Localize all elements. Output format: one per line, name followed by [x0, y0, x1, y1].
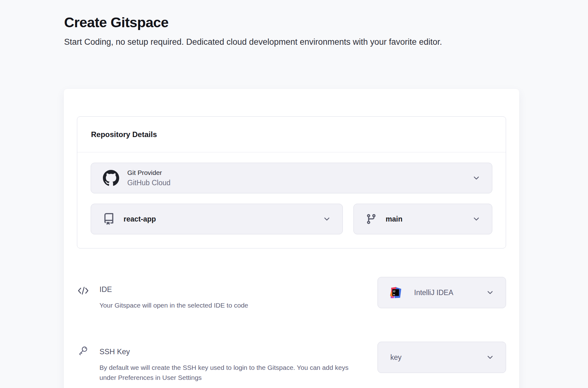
repository-details-card: Repository Details Git Provider GitHub C… [77, 116, 506, 248]
ide-label: IDE [99, 285, 353, 294]
repository-details-header: Repository Details [77, 117, 506, 152]
ide-description: Your Gitspace will open in the selected … [99, 300, 353, 310]
repo-icon [103, 213, 115, 225]
git-provider-texts: Git Provider GitHub Cloud [127, 169, 170, 187]
ide-selected-value: IntelliJ IDEA [414, 288, 453, 297]
git-branch-icon [366, 213, 377, 225]
create-gitspace-page: Create Gitspace Start Coding, no setup r… [0, 0, 588, 388]
chevron-down-icon [486, 354, 494, 361]
code-icon [78, 277, 99, 310]
git-provider-value: GitHub Cloud [127, 179, 170, 187]
intellij-idea-logo: IJ [390, 287, 402, 299]
page-subtitle: Start Coding, no setup required. Dedicat… [64, 36, 524, 48]
git-provider-label: Git Provider [127, 169, 170, 176]
github-icon [103, 170, 119, 186]
ide-select[interactable]: IJ IntelliJ IDEA [378, 277, 506, 308]
page-title: Create Gitspace [64, 14, 169, 31]
repository-details-body: Git Provider GitHub Cloud [77, 152, 506, 248]
chevron-down-icon [486, 289, 494, 296]
git-provider-select[interactable]: Git Provider GitHub Cloud [91, 163, 492, 193]
repository-value: react-app [124, 215, 156, 223]
ssh-key-section: SSH Key By default we will create the SS… [78, 342, 506, 383]
gitspace-form-panel: Repository Details Git Provider GitHub C… [64, 89, 519, 388]
repo-branch-row: react-app main [91, 204, 492, 234]
branch-value: main [386, 215, 403, 223]
key-icon [78, 342, 99, 383]
chevron-down-icon [323, 215, 331, 223]
chevron-down-icon [473, 174, 480, 182]
ssh-key-description: By default we will create the SSH key us… [99, 363, 353, 383]
ssh-key-label: SSH Key [99, 347, 353, 356]
ssh-texts: SSH Key By default we will create the SS… [99, 342, 353, 383]
ssh-section-left: SSH Key By default we will create the SS… [78, 342, 353, 383]
branch-select[interactable]: main [353, 204, 492, 234]
chevron-down-icon [473, 215, 480, 223]
repository-details-title: Repository Details [91, 130, 157, 139]
ssh-key-selected-value: key [390, 353, 402, 362]
repository-select[interactable]: react-app [91, 204, 343, 234]
ide-section: IDE Your Gitspace will open in the selec… [78, 277, 506, 310]
ssh-key-select[interactable]: key [378, 342, 506, 373]
ide-texts: IDE Your Gitspace will open in the selec… [99, 277, 353, 310]
svg-text:IJ: IJ [393, 290, 395, 293]
ide-section-left: IDE Your Gitspace will open in the selec… [78, 277, 353, 310]
